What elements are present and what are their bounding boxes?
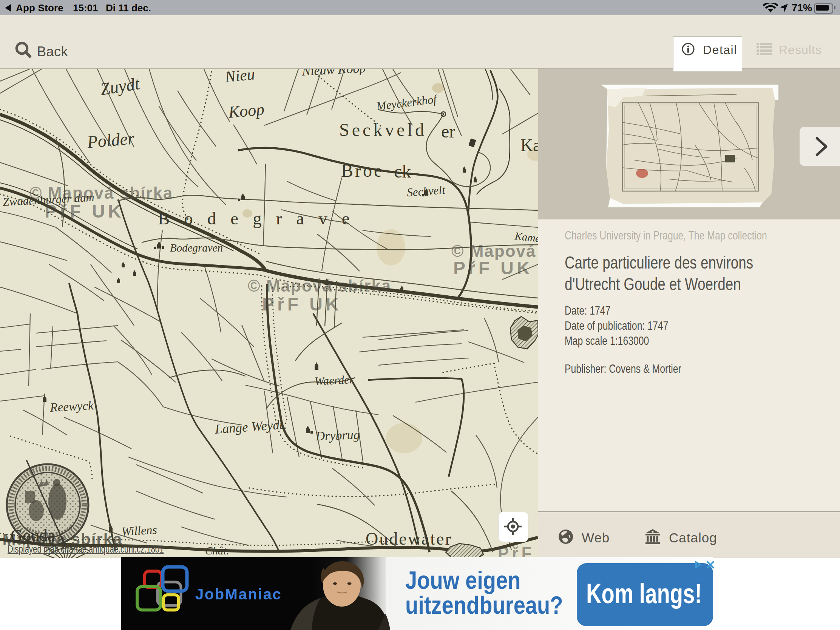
- svg-text:er: er: [441, 121, 455, 141]
- svg-text:Bodegraven: Bodegraven: [170, 242, 223, 254]
- svg-text:Drybrug: Drybrug: [315, 428, 360, 443]
- svg-text:Broe: Broe: [341, 161, 384, 180]
- svg-text:Bodegrave: Bodegrave: [158, 208, 364, 228]
- svg-text:Ka: Ka: [521, 136, 538, 155]
- svg-text:Chât.: Chât.: [205, 545, 229, 557]
- svg-text:JobManiac: JobManiac: [195, 586, 282, 602]
- svg-text:Oudewater: Oudewater: [366, 529, 452, 548]
- svg-text:ck: ck: [394, 161, 411, 181]
- svg-text:Reewyck: Reewyck: [49, 398, 94, 414]
- svg-text:Seckvelt: Seckvelt: [406, 183, 446, 199]
- svg-text:Seckveld: Seckveld: [339, 120, 427, 140]
- svg-text:Waerder: Waerder: [314, 373, 355, 388]
- svg-text:Willens: Willens: [121, 523, 157, 538]
- svg-text:Koop: Koop: [227, 100, 265, 122]
